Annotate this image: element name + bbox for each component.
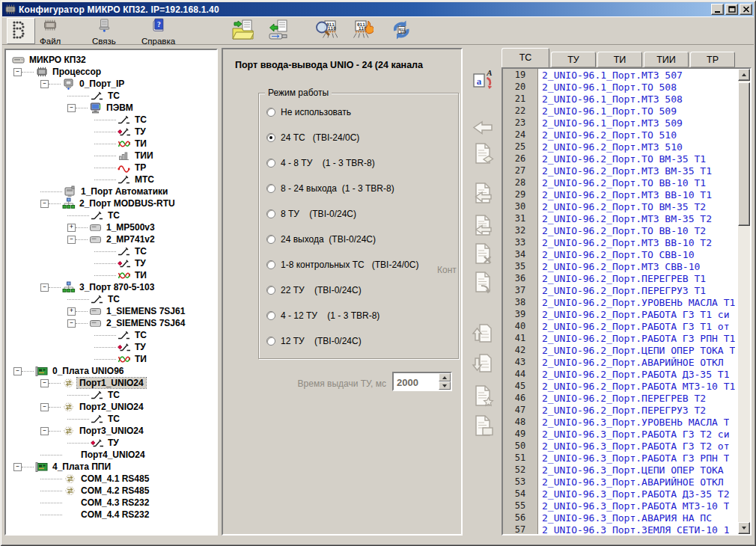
signal-row[interactable]: 372_UNIO-96.2_Порт.ПЕРЕГРУЗ Т1 xyxy=(503,284,738,296)
open-config-button[interactable] xyxy=(231,18,254,44)
radio-button[interactable] xyxy=(266,286,275,295)
collapse-expander-icon[interactable]: – xyxy=(40,200,49,208)
signal-row[interactable]: 342_UNIO-96.2_Порт.ТО СВВ-10 xyxy=(503,248,738,260)
signal-row[interactable]: 222_UNIO-96.1_Порт.ТО 509 xyxy=(503,105,738,117)
signal-row[interactable]: 202_UNIO-96.1_Порт.ТО 508 xyxy=(503,81,738,93)
tree-item[interactable]: –3_Порт 870-5-103 xyxy=(6,281,216,293)
tree-item[interactable]: COM_4.1 RS485 xyxy=(6,473,216,485)
radio-option[interactable]: 24 ТС (TBI-24/0C) xyxy=(259,125,458,150)
expand-expander-icon[interactable]: + xyxy=(67,307,76,316)
collapse-expander-icon[interactable]: – xyxy=(13,68,22,76)
signal-row[interactable]: 192_UNIO-96.1_Порт.МТЗ 507 xyxy=(503,69,738,81)
radio-option[interactable]: 4 - 8 ТУ (1 - 3 TBR-8) xyxy=(259,150,458,176)
tree-item[interactable]: –2_МР741v2 xyxy=(6,233,216,245)
read-device-button[interactable]: 011110 xyxy=(315,18,338,44)
tree-item[interactable]: ТС xyxy=(6,389,216,401)
collapse-expander-icon[interactable]: – xyxy=(40,403,49,411)
tree-item[interactable]: –Порт3_UNIO24 xyxy=(6,425,216,437)
signal-row[interactable]: 492_UNIO-96.3_Порт.РАБОТА ГЗ Т2 си xyxy=(503,428,738,440)
collapse-expander-icon[interactable]: – xyxy=(13,463,22,471)
collapse-expander-icon[interactable]: – xyxy=(67,319,76,328)
signal-row[interactable]: 472_UNIO-96.2_Порт.ПЕРЕГРУЗ Т2 xyxy=(503,404,738,416)
radio-button[interactable] xyxy=(266,108,275,117)
tree-item[interactable]: –Порт1_UNIO24 xyxy=(6,377,216,389)
signal-row[interactable]: 322_UNIO-96.2_Порт.ТО ВВ-10 Т2 xyxy=(503,224,738,236)
signal-row[interactable]: 482_UNIO-96.3_Порт.УРОВЕНЬ МАСЛА Т xyxy=(503,416,738,428)
radio-button[interactable] xyxy=(266,159,275,168)
tree-item[interactable]: ТС xyxy=(6,413,216,425)
tree-item[interactable]: ТС xyxy=(6,329,216,341)
radio-option[interactable]: 24 выхода (TBI-0/24C) xyxy=(259,227,458,252)
tree-item[interactable]: ТИИ xyxy=(6,150,216,162)
radio-button[interactable] xyxy=(266,337,275,346)
load-usb-button[interactable] xyxy=(267,18,290,44)
radio-button[interactable] xyxy=(266,184,275,193)
tree-item[interactable]: –0_Порт_IP xyxy=(6,78,216,90)
boot-mode-button[interactable] xyxy=(7,18,35,44)
collapse-expander-icon[interactable]: – xyxy=(40,427,49,435)
tree-item[interactable]: COM_4.4 RS232 xyxy=(6,509,216,521)
radio-option[interactable]: 22 ТУ (TBI-0/24C) xyxy=(259,277,458,303)
reload-device-button[interactable]: 011110 xyxy=(390,18,412,44)
tree-item[interactable]: ТС xyxy=(6,90,216,102)
radio-button[interactable] xyxy=(266,235,275,244)
radio-option[interactable]: 4 - 12 ТУ (1 - 3 TBR-8) xyxy=(259,303,458,328)
collapse-expander-icon[interactable]: – xyxy=(13,367,22,375)
signal-row[interactable]: 552_UNIO-96.3_Порт.РАБОТА МТЗ-10 Т xyxy=(503,500,738,512)
radio-option[interactable]: 8 - 24 выхода (1 - 3 TBR-8) xyxy=(259,176,458,201)
signal-row[interactable]: 312_UNIO-96.2_Порт.МТЗ ВМ-35 Т2 xyxy=(503,212,738,224)
tree-item[interactable]: –4_Плата ППИ xyxy=(6,461,216,473)
signal-row[interactable]: 432_UNIO-96.2_Порт.АВАРИЙНОЕ ОТКЛ xyxy=(503,356,738,368)
signal-row[interactable]: 352_UNIO-96.2_Порт.МТЗ СВВ-10 xyxy=(503,260,738,272)
tree-item[interactable]: ТС xyxy=(6,293,216,305)
signal-row[interactable]: 382_UNIO-96.2_Порт.УРОВЕНЬ МАСЛА Т1 xyxy=(503,296,738,308)
radio-option[interactable]: 1-8 контрольных ТС (TBI-24/0C) xyxy=(259,252,458,277)
tree-item[interactable]: ТС xyxy=(6,114,216,126)
tree-item[interactable]: ТУ xyxy=(6,126,216,138)
radio-button[interactable] xyxy=(266,133,275,142)
signal-row[interactable]: 332_UNIO-96.2_Порт.МТЗ ВВ-10 Т2 xyxy=(503,236,738,248)
collapse-expander-icon[interactable]: – xyxy=(67,104,76,112)
radio-option[interactable]: 12 ТУ (TBI-0/24C) xyxy=(259,328,458,354)
signal-row[interactable]: 572_UNIO-96.3_Порт.ЗЕМЛЯ СЕТИ-10 1 xyxy=(503,524,738,534)
tab-tu[interactable]: ТУ xyxy=(551,52,596,67)
radio-button[interactable] xyxy=(266,260,275,269)
file-button[interactable]: Файл xyxy=(40,18,61,44)
tree-item[interactable]: –Порт2_UNIO24 xyxy=(6,401,216,413)
radio-option[interactable]: 8 ТУ (TBI-0/24C) xyxy=(259,201,458,227)
minimize-button[interactable] xyxy=(711,4,724,15)
signal-row[interactable]: 562_UNIO-96.3_Порт.АВАРИЯ НА ПС xyxy=(503,512,738,524)
signal-row[interactable]: 422_UNIO-96.2_Порт.ЦЕПИ ОПЕР ТОКА Т xyxy=(503,344,738,356)
write-device-button[interactable]: 011110 xyxy=(351,18,374,44)
tree-item[interactable]: ТС xyxy=(6,209,216,221)
tree-item[interactable]: ТУ xyxy=(6,257,216,269)
tree-item[interactable]: ТИ xyxy=(6,138,216,150)
radio-option[interactable]: Не использовать xyxy=(259,99,458,125)
signal-row[interactable]: 212_UNIO-96.1_Порт.МТЗ 508 xyxy=(503,93,738,105)
spin-down-button[interactable] xyxy=(439,381,451,390)
signal-row[interactable]: 392_UNIO-96.2_Порт.РАБОТА ГЗ Т1 си xyxy=(503,308,738,320)
tree-item[interactable]: ТУ xyxy=(6,437,216,449)
tree-item[interactable]: МИКРО КП32 xyxy=(6,54,216,66)
signal-row[interactable]: 502_UNIO-96.3_Порт.РАБОТА ГЗ Т2 от xyxy=(503,440,738,452)
tree-item[interactable]: ТИ xyxy=(6,269,216,281)
signal-row[interactable]: 412_UNIO-96.2_Порт.РАБОТА ГЗ РПН Т1 xyxy=(503,332,738,344)
link-button[interactable]: Связь xyxy=(92,18,116,44)
tree-item[interactable]: Порт4_UNIO24 xyxy=(6,449,216,461)
help-button[interactable]: ?Справка xyxy=(141,18,175,44)
signal-row[interactable]: 282_UNIO-96.2_Порт.ТО ВВ-10 Т1 xyxy=(503,177,738,188)
signal-row[interactable]: 242_UNIO-96.2_Порт.ТО 510 xyxy=(503,129,738,141)
signal-row[interactable]: 462_UNIO-96.2_Порт.ПЕРЕГРЕВ Т2 xyxy=(503,392,738,404)
radio-button[interactable] xyxy=(266,209,275,218)
tree-item[interactable]: –2_Порт MODBUS-RTU xyxy=(6,197,216,209)
tab-ti[interactable]: ТИ xyxy=(597,52,642,67)
signal-row[interactable]: 262_UNIO-96.2_Порт.ТО ВМ-35 Т1 xyxy=(503,153,738,165)
signal-row[interactable]: 362_UNIO-96.2_Порт.ПЕРЕГРЕВ Т1 xyxy=(503,272,738,284)
collapse-expander-icon[interactable]: – xyxy=(40,80,49,88)
signal-row[interactable]: 522_UNIO-96.3_Порт.ЦЕПИ ОПЕР ТОКА xyxy=(503,464,738,476)
tree-item[interactable]: ТС xyxy=(6,245,216,257)
tree-item[interactable]: –ПЭВМ xyxy=(6,102,216,114)
spin-up-button[interactable] xyxy=(439,373,451,381)
tree-item[interactable]: COM_4.3 RS232 xyxy=(6,497,216,509)
rename-signals-button[interactable]: aA xyxy=(470,69,496,94)
